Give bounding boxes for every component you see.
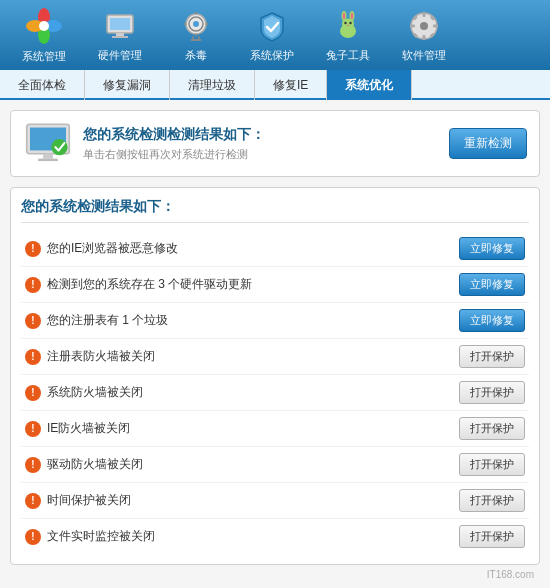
svg-rect-32 bbox=[410, 24, 415, 27]
result-text: 您的注册表有 1 个垃圾 bbox=[47, 312, 168, 329]
warning-icon: ! bbox=[25, 493, 41, 509]
tab-optimize[interactable]: 系统优化 bbox=[327, 70, 412, 100]
result-item: !注册表防火墙被关闭打开保护 bbox=[21, 339, 529, 375]
nav-software[interactable]: 软件管理 bbox=[388, 4, 460, 66]
nav-hardware-label: 硬件管理 bbox=[98, 48, 142, 63]
svg-rect-18 bbox=[191, 39, 201, 41]
svg-rect-41 bbox=[38, 159, 58, 161]
result-text: 系统防火墙被关闭 bbox=[47, 384, 143, 401]
result-item: !检测到您的系统存在 3 个硬件驱动更新立即修复 bbox=[21, 267, 529, 303]
app-logo: 系统管理 bbox=[8, 4, 80, 66]
tab-repair-ie[interactable]: 修复IE bbox=[255, 70, 327, 100]
result-item: !文件实时监控被关闭打开保护 bbox=[21, 519, 529, 554]
protect-button[interactable]: 打开保护 bbox=[459, 453, 525, 476]
warning-icon: ! bbox=[25, 313, 41, 329]
result-text: 注册表防火墙被关闭 bbox=[47, 348, 155, 365]
svg-point-4 bbox=[39, 21, 49, 31]
top-nav: 系统管理 硬件管理 bbox=[0, 0, 550, 70]
protect-button[interactable]: 打开保护 bbox=[459, 525, 525, 548]
app-title: 系统管理 bbox=[22, 49, 66, 64]
software-icon bbox=[406, 8, 442, 44]
tab-full-check[interactable]: 全面体检 bbox=[0, 70, 85, 100]
recheck-button[interactable]: 重新检测 bbox=[449, 128, 527, 159]
result-item: !驱动防火墙被关闭打开保护 bbox=[21, 447, 529, 483]
warning-icon: ! bbox=[25, 277, 41, 293]
watermark: IT168.com bbox=[10, 565, 540, 584]
svg-point-27 bbox=[347, 24, 349, 25]
tab-clean-junk[interactable]: 清理垃圾 bbox=[170, 70, 255, 100]
svg-rect-8 bbox=[112, 36, 128, 38]
results-title: 您的系统检测结果如下： bbox=[21, 198, 529, 223]
hardware-icon bbox=[102, 8, 138, 44]
svg-point-23 bbox=[343, 12, 345, 19]
fix-button[interactable]: 立即修复 bbox=[459, 273, 525, 296]
nav-protect-label: 系统保护 bbox=[250, 48, 294, 63]
svg-rect-33 bbox=[433, 24, 438, 27]
warning-icon: ! bbox=[25, 349, 41, 365]
result-text: 驱动防火墙被关闭 bbox=[47, 456, 143, 473]
tab-bar: 全面体检 修复漏洞 清理垃圾 修复IE 系统优化 bbox=[0, 70, 550, 100]
result-text: 时间保护被关闭 bbox=[47, 492, 131, 509]
warning-icon: ! bbox=[25, 385, 41, 401]
result-item: !系统防火墙被关闭打开保护 bbox=[21, 375, 529, 411]
warning-icon: ! bbox=[25, 529, 41, 545]
nav-rabbit-label: 兔子工具 bbox=[326, 48, 370, 63]
protect-button[interactable]: 打开保护 bbox=[459, 381, 525, 404]
status-subtitle: 单击右侧按钮再次对系统进行检测 bbox=[83, 147, 265, 162]
warning-icon: ! bbox=[25, 421, 41, 437]
fix-button[interactable]: 立即修复 bbox=[459, 309, 525, 332]
warning-icon: ! bbox=[25, 241, 41, 257]
result-item: !您的注册表有 1 个垃圾立即修复 bbox=[21, 303, 529, 339]
results-list: !您的IE浏览器被恶意修改立即修复!检测到您的系统存在 3 个硬件驱动更新立即修… bbox=[21, 231, 529, 554]
svg-rect-7 bbox=[116, 33, 124, 36]
nav-protect[interactable]: 系统保护 bbox=[236, 4, 308, 66]
status-left: 您的系统检测检测结果如下： 单击右侧按钮再次对系统进行检测 bbox=[23, 121, 265, 166]
result-item: !IE防火墙被关闭打开保护 bbox=[21, 411, 529, 447]
kill-icon bbox=[178, 8, 214, 44]
status-monitor-icon bbox=[23, 121, 73, 166]
result-item: !您的IE浏览器被恶意修改立即修复 bbox=[21, 231, 529, 267]
status-title: 您的系统检测检测结果如下： bbox=[83, 126, 265, 144]
nav-kill[interactable]: 杀毒 bbox=[160, 4, 232, 66]
rabbit-icon bbox=[330, 8, 366, 44]
svg-point-42 bbox=[51, 139, 67, 155]
result-item: !时间保护被关闭打开保护 bbox=[21, 483, 529, 519]
svg-rect-30 bbox=[423, 12, 426, 17]
main-content: 您的系统检测检测结果如下： 单击右侧按钮再次对系统进行检测 重新检测 您的系统检… bbox=[0, 100, 550, 588]
svg-point-25 bbox=[344, 21, 346, 23]
result-text: 检测到您的系统存在 3 个硬件驱动更新 bbox=[47, 276, 252, 293]
svg-point-15 bbox=[193, 21, 199, 27]
svg-rect-31 bbox=[423, 35, 426, 40]
nav-software-label: 软件管理 bbox=[402, 48, 446, 63]
svg-point-24 bbox=[351, 12, 353, 19]
results-panel: 您的系统检测结果如下： !您的IE浏览器被恶意修改立即修复!检测到您的系统存在 … bbox=[10, 187, 540, 565]
warning-icon: ! bbox=[25, 457, 41, 473]
protect-button[interactable]: 打开保护 bbox=[459, 417, 525, 440]
tab-repair-missing[interactable]: 修复漏洞 bbox=[85, 70, 170, 100]
svg-point-29 bbox=[420, 22, 428, 30]
result-text: 您的IE浏览器被恶意修改 bbox=[47, 240, 178, 257]
svg-point-26 bbox=[349, 21, 351, 23]
protect-icon bbox=[254, 8, 290, 44]
protect-button[interactable]: 打开保护 bbox=[459, 345, 525, 368]
result-text: 文件实时监控被关闭 bbox=[47, 528, 155, 545]
logo-icon bbox=[25, 7, 63, 45]
svg-rect-6 bbox=[110, 18, 130, 30]
svg-rect-40 bbox=[43, 154, 53, 159]
status-text: 您的系统检测检测结果如下： 单击右侧按钮再次对系统进行检测 bbox=[83, 126, 265, 162]
protect-button[interactable]: 打开保护 bbox=[459, 489, 525, 512]
nav-kill-label: 杀毒 bbox=[185, 48, 207, 63]
nav-hardware[interactable]: 硬件管理 bbox=[84, 4, 156, 66]
fix-button[interactable]: 立即修复 bbox=[459, 237, 525, 260]
nav-rabbit[interactable]: 兔子工具 bbox=[312, 4, 384, 66]
status-banner: 您的系统检测检测结果如下： 单击右侧按钮再次对系统进行检测 重新检测 bbox=[10, 110, 540, 177]
result-text: IE防火墙被关闭 bbox=[47, 420, 130, 437]
